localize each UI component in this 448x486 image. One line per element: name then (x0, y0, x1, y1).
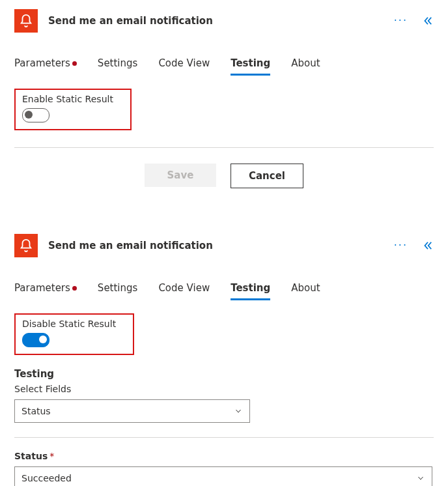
panel-header: Send me an email notification ··· (14, 7, 434, 35)
header-actions: ··· (394, 15, 434, 27)
tab-parameters[interactable]: Parameters (14, 279, 77, 300)
header-actions: ··· (394, 240, 434, 251)
collapse-icon[interactable] (422, 240, 434, 251)
status-label-text: Status (14, 451, 48, 461)
highlight-box: Enable Static Result (14, 89, 132, 130)
status-dropdown[interactable]: Succeeded (14, 466, 432, 486)
static-result-toggle[interactable] (22, 108, 49, 122)
panel-title: Send me an email notification (48, 15, 384, 27)
save-button[interactable]: Save (145, 164, 216, 187)
section-heading: Testing (14, 368, 434, 380)
tab-label: Parameters (14, 282, 70, 294)
select-fields-dropdown[interactable]: Status (14, 399, 250, 423)
tab-settings[interactable]: Settings (98, 55, 138, 76)
more-icon[interactable]: ··· (394, 16, 408, 26)
highlight-box: Disable Static Result (14, 313, 134, 355)
tab-label: Parameters (14, 57, 70, 69)
cancel-button[interactable]: Cancel (231, 164, 303, 188)
notify-icon (14, 234, 38, 257)
dot-icon (72, 61, 77, 66)
action-row: Save Cancel (14, 160, 434, 195)
chevron-down-icon (417, 474, 425, 482)
tab-testing[interactable]: Testing (231, 55, 270, 76)
panel-gap (0, 208, 448, 225)
tab-about[interactable]: About (291, 55, 320, 76)
required-icon: * (49, 451, 54, 461)
tab-settings[interactable]: Settings (98, 279, 138, 300)
panel-header: Send me an email notification ··· (14, 231, 434, 260)
tabs: Parameters Settings Code View Testing Ab… (14, 279, 434, 300)
tab-testing[interactable]: Testing (231, 279, 270, 300)
select-fields-label: Select Fields (14, 384, 434, 394)
tabs: Parameters Settings Code View Testing Ab… (14, 55, 434, 76)
chevron-down-icon (235, 407, 243, 415)
dot-icon (72, 286, 77, 291)
divider (14, 147, 434, 148)
toggle-label: Disable Static Result (22, 319, 116, 329)
tab-code-view[interactable]: Code View (158, 55, 210, 76)
tab-parameters[interactable]: Parameters (14, 55, 77, 76)
testing-panel-enabled: Send me an email notification ··· Parame… (0, 225, 448, 486)
static-result-toggle[interactable] (22, 333, 49, 347)
notify-icon (14, 9, 38, 33)
toggle-label: Enable Static Result (22, 94, 113, 104)
collapse-icon[interactable] (422, 15, 434, 27)
status-label: Status* (14, 451, 434, 461)
testing-panel-disabled: Send me an email notification ··· Parame… (0, 0, 448, 208)
more-icon[interactable]: ··· (394, 240, 408, 251)
select-value: Status (21, 406, 51, 416)
tab-about[interactable]: About (291, 279, 320, 300)
panel-title: Send me an email notification (48, 240, 384, 251)
divider (14, 437, 434, 438)
tab-code-view[interactable]: Code View (158, 279, 210, 300)
select-value: Succeeded (21, 473, 72, 483)
